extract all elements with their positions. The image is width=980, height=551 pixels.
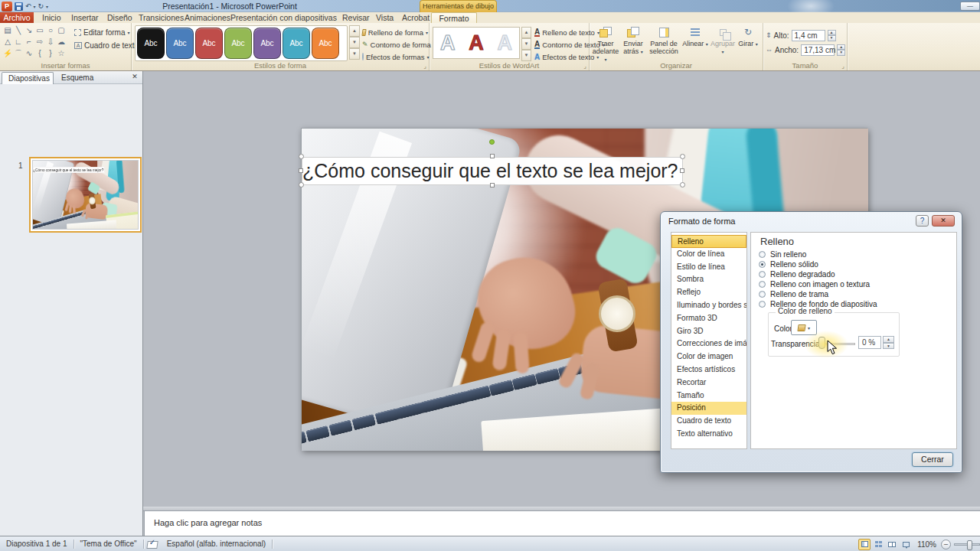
tab-inicio[interactable]: Inicio — [35, 12, 68, 23]
shape-arrow-line-icon[interactable]: ↘ — [24, 25, 34, 36]
sidebar-item-color-de-imagen[interactable]: Color de imagen — [671, 350, 746, 364]
tab-diapositivas[interactable]: Diapositivas — [2, 72, 54, 84]
notes-pane[interactable]: Haga clic para agregar notas — [144, 511, 980, 536]
sidebar-item-recortar[interactable]: Recortar — [671, 377, 746, 390]
zoom-out-icon[interactable]: – — [941, 540, 951, 549]
slide-thumbnail[interactable]: ¿Cómo conseguir que el texto se lea mejo… — [29, 157, 142, 233]
sidebar-item-iluminado[interactable]: Iluminado y bordes suaves — [671, 299, 746, 312]
dialog-launcher-icon[interactable]: ⌟ — [583, 64, 586, 70]
height-input[interactable]: 1,4 cm — [792, 30, 825, 41]
view-slideshow-button[interactable] — [900, 539, 912, 550]
align-button[interactable]: Alinear ▾ — [681, 24, 709, 61]
shape-style-green[interactable]: Abc — [224, 28, 252, 59]
zoom-slider-thumb[interactable] — [967, 540, 972, 550]
edit-shape-button[interactable]: Editar forma ▾ — [74, 27, 129, 38]
selection-handle-s[interactable] — [490, 183, 495, 187]
sidebar-item-relleno[interactable]: Relleno — [671, 235, 746, 248]
shape-triangle-icon[interactable]: △ — [2, 37, 13, 47]
dialog-close-icon[interactable]: ✕ — [932, 215, 955, 227]
text-box-button[interactable]: A Cuadro de texto — [74, 40, 139, 51]
dialog-launcher-icon[interactable]: ⌟ — [423, 64, 426, 70]
shape-lightning-icon[interactable]: ⚡ — [2, 48, 13, 59]
selection-handle-nw[interactable] — [299, 154, 304, 159]
gallery-scroll-down-icon[interactable]: ▼ — [349, 37, 360, 48]
radio-relleno-solido[interactable]: Relleno sólido — [759, 259, 818, 269]
sidebar-item-formato-3d[interactable]: Formato 3D — [671, 312, 746, 325]
sidebar-item-sombra[interactable]: Sombra — [671, 273, 746, 286]
selection-handle-sw[interactable] — [299, 182, 304, 187]
sidebar-item-posicion[interactable]: Posición — [671, 402, 746, 415]
close-panel-icon[interactable]: ✕ — [130, 73, 139, 82]
bring-forward-button[interactable]: Traer adelante ▾ — [591, 24, 620, 61]
send-backward-button[interactable]: Enviar atrás ▾ — [620, 24, 646, 61]
selection-handle-w[interactable] — [299, 168, 303, 173]
tab-formato[interactable]: Formato — [431, 12, 477, 23]
gallery-more-icon[interactable]: ▼ — [349, 48, 360, 60]
radio-relleno-degradado[interactable]: Relleno degradado — [759, 269, 835, 279]
cerrar-button[interactable]: Cerrar — [912, 452, 953, 467]
dialog-launcher-icon[interactable]: ⌟ — [841, 64, 844, 70]
selection-handle-ne[interactable] — [680, 154, 685, 159]
sidebar-item-tamano[interactable]: Tamaño — [671, 390, 746, 403]
qat-more-icon[interactable]: ▾ — [46, 4, 48, 9]
shape-curve-icon[interactable]: ∿ — [24, 48, 34, 59]
text-fill-button[interactable]: A Relleno de texto ▾ — [534, 26, 588, 38]
minimize-button[interactable]: — — [960, 2, 980, 11]
shape-outline-button[interactable]: ✎ Contorno de forma ▾ — [362, 38, 428, 51]
sidebar-item-correcciones[interactable]: Correcciones de imágenes — [671, 337, 746, 350]
zoom-slider-track[interactable] — [954, 543, 980, 546]
view-slide-sorter-button[interactable] — [872, 539, 884, 550]
title-text-box[interactable]: ¿Cómo conseguir que el texto se lea mejo… — [33, 167, 105, 173]
undo-icon[interactable]: ↶ — [25, 2, 31, 11]
wordart-scroll-down-icon[interactable]: ▼ — [521, 38, 531, 50]
shape-style-black[interactable]: Abc — [137, 28, 165, 59]
undo-dropdown-icon[interactable]: ▾ — [34, 4, 36, 9]
shape-style-red[interactable]: Abc — [195, 28, 223, 59]
sidebar-item-reflejo[interactable]: Reflejo — [671, 286, 746, 299]
shape-cloud-icon[interactable]: ☁ — [56, 37, 67, 47]
shape-star-icon[interactable]: ☆ — [56, 48, 67, 59]
shape-line-icon[interactable]: ╲ — [13, 25, 24, 36]
shape-fill-button[interactable]: Relleno de forma ▾ — [362, 26, 428, 38]
width-spinner[interactable]: ▲▼ — [837, 44, 845, 56]
zoom-level[interactable]: 110% — [913, 540, 941, 549]
transparency-spinner[interactable]: ▲▼ — [883, 336, 894, 349]
height-spinner[interactable]: ▲▼ — [828, 30, 836, 41]
selection-pane-button[interactable]: Panel de selección — [646, 24, 681, 61]
shape-oval-icon[interactable]: ○ — [45, 25, 56, 36]
shape-style-blue[interactable]: Abc — [166, 28, 194, 59]
powerpoint-logo-icon[interactable]: P — [2, 2, 12, 11]
sidebar-item-estilo-de-linea[interactable]: Estilo de línea — [671, 261, 746, 274]
save-icon[interactable] — [15, 2, 23, 11]
tab-presentacion[interactable]: Presentación con diapositivas — [224, 12, 344, 23]
tab-archivo[interactable]: Archivo — [0, 12, 34, 23]
view-reading-button[interactable] — [886, 539, 898, 550]
view-normal-button[interactable] — [858, 539, 871, 550]
language-indicator[interactable]: Español (alfab. internacional) — [161, 540, 273, 548]
radio-relleno-trama[interactable]: Relleno de trama — [759, 289, 828, 299]
shape-style-teal[interactable]: Abc — [283, 28, 310, 59]
wordart-style-outline[interactable]: A — [440, 28, 456, 58]
sidebar-item-cuadro-de-texto[interactable]: Cuadro de texto — [671, 415, 746, 428]
shape-elbow2-icon[interactable]: ⌐ — [24, 37, 34, 47]
title-text-box[interactable]: ¿Cómo conseguir que el texto se lea mejo… — [302, 157, 683, 185]
shape-rounded-rect-icon[interactable]: ▢ — [56, 25, 67, 36]
wordart-style-gray[interactable]: A — [498, 28, 513, 58]
shape-elbow-icon[interactable]: ∟ — [13, 37, 24, 47]
transparency-value[interactable]: 0 % — [858, 336, 881, 349]
shape-brace-left-icon[interactable]: { — [34, 48, 45, 59]
sidebar-item-efectos-artisticos[interactable]: Efectos artísticos — [671, 364, 746, 377]
gallery-scroll-up-icon[interactable]: ▲ — [349, 25, 360, 37]
redo-icon[interactable]: ↻ — [38, 2, 44, 11]
sidebar-item-color-de-linea[interactable]: Color de línea — [671, 248, 746, 261]
shape-rectangle-icon[interactable]: ▭ — [34, 25, 45, 36]
shape-brace-right-icon[interactable]: } — [45, 48, 56, 59]
wordart-scroll-up-icon[interactable]: ▲ — [521, 27, 531, 38]
selection-handle-se[interactable] — [680, 182, 685, 187]
shape-arrow-down-icon[interactable]: ⇩ — [45, 37, 56, 47]
spell-check-icon[interactable]: ✓ — [147, 540, 158, 549]
tab-insertar[interactable]: Insertar — [64, 12, 106, 23]
selection-handle-e[interactable] — [680, 168, 684, 173]
rotate-button[interactable]: ↻ Girar ▾ — [737, 24, 760, 61]
tab-esquema[interactable]: Esquema — [55, 72, 100, 84]
